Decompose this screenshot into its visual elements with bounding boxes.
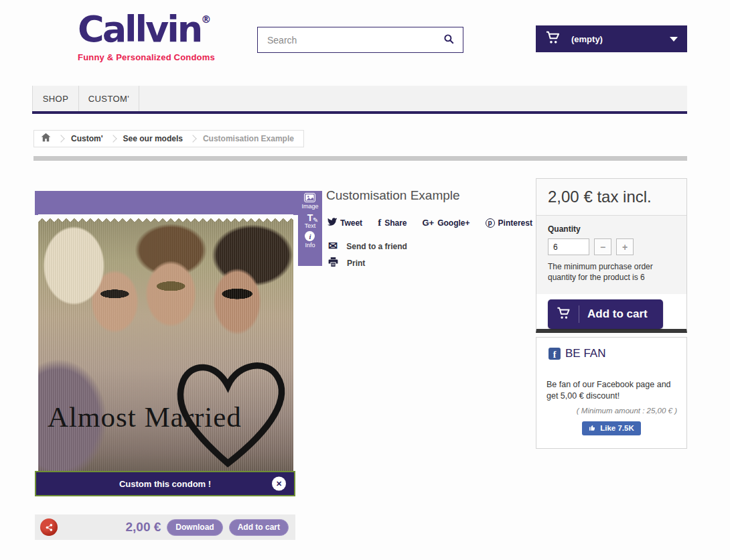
media-tool-strip: Image T ✎ Text i Info xyxy=(298,191,322,266)
cart-label: (empty) xyxy=(571,34,603,44)
send-to-friend-link[interactable]: ✉ Send to a friend xyxy=(328,240,407,252)
buy-box: 2,00 € tax incl. Quantity − + The minimu… xyxy=(536,178,687,333)
quantity-input[interactable] xyxy=(548,238,589,255)
image-icon xyxy=(304,193,315,202)
chevron-down-icon[interactable] xyxy=(670,37,678,42)
like-label: Like 7.5K xyxy=(600,424,634,432)
breadcrumb-separator-icon xyxy=(109,135,117,142)
add-to-cart-pill-button[interactable]: Add to cart xyxy=(229,519,289,536)
breadcrumb-separator-icon xyxy=(57,135,64,142)
tweet-label: Tweet xyxy=(340,218,362,228)
googleplus-icon: G+ xyxy=(422,218,434,228)
tweet-button[interactable]: Tweet xyxy=(327,218,362,228)
logo-text: Callvin® xyxy=(78,4,225,55)
text-tool-button[interactable]: T ✎ Text xyxy=(305,212,316,229)
pencil-icon: ✎ xyxy=(313,216,318,224)
main-nav: SHOP CUSTOM' xyxy=(32,86,687,114)
media-price-bar: 2,00 € Download Add to cart xyxy=(35,514,295,540)
info-icon: i xyxy=(305,231,315,241)
facebook-like-button[interactable]: Like 7.5K xyxy=(582,421,641,435)
share-label: Share xyxy=(384,218,407,228)
send-to-friend-label: Send to a friend xyxy=(346,242,407,251)
cart-icon xyxy=(545,31,561,47)
custom-condom-label: Custom this condom ! xyxy=(119,479,211,489)
search-box xyxy=(257,27,463,53)
product-price: 2,00 € tax incl. xyxy=(536,179,686,216)
text-icon: T ✎ xyxy=(305,212,316,222)
download-button[interactable]: Download xyxy=(167,519,222,536)
home-icon xyxy=(41,133,51,145)
close-icon[interactable]: ✕ xyxy=(272,477,286,491)
breadcrumb: Custom' See our models Customisation Exa… xyxy=(33,130,304,147)
product-photo: Almost Married xyxy=(38,214,293,471)
print-link[interactable]: Print xyxy=(328,257,365,269)
search-button[interactable] xyxy=(435,27,463,52)
thumbs-up-icon xyxy=(589,424,596,433)
minimum-quantity-note: The minimum purchase order quantity for … xyxy=(548,262,675,283)
facebook-icon: f xyxy=(378,217,381,228)
googleplus-share-button[interactable]: G+ Google+ xyxy=(422,218,469,228)
photo-caption: Almost Married xyxy=(48,401,242,433)
cart-icon xyxy=(557,307,571,322)
registered-mark: ® xyxy=(201,13,211,25)
share-icon xyxy=(44,522,54,533)
fan-box-text: Be fan of our Facebook page and get 5,00… xyxy=(544,379,678,402)
info-tool-button[interactable]: i Info xyxy=(305,231,315,249)
section-divider xyxy=(33,156,687,161)
nav-tab-shop[interactable]: SHOP xyxy=(32,86,79,111)
add-to-cart-label: Add to cart xyxy=(587,307,648,321)
media-toolbar xyxy=(35,191,322,215)
breadcrumb-separator-icon xyxy=(189,135,196,142)
quantity-increase-button[interactable]: + xyxy=(616,238,634,255)
breadcrumb-item-custom[interactable]: Custom' xyxy=(71,134,103,143)
breadcrumb-item-models[interactable]: See our models xyxy=(123,134,183,143)
fan-box: f BE FAN Be fan of our Facebook page and… xyxy=(536,337,687,449)
quantity-label: Quantity xyxy=(548,224,675,234)
logo[interactable]: Callvin® Funny & Personalized Condoms xyxy=(78,4,225,62)
googleplus-label: Google+ xyxy=(437,218,469,228)
cart-dropdown[interactable]: (empty) xyxy=(536,25,687,52)
pinterest-share-button[interactable]: p Pinterest xyxy=(486,218,532,228)
social-share-row: Tweet f Share G+ Google+ p Pinterest xyxy=(327,217,532,228)
add-to-cart-button[interactable]: Add to cart xyxy=(548,299,663,329)
nav-tab-custom[interactable]: CUSTOM' xyxy=(79,86,139,111)
info-tool-label: Info xyxy=(305,242,315,249)
pinterest-label: Pinterest xyxy=(498,218,532,228)
quantity-section: Quantity − + The minimum purchase order … xyxy=(536,216,686,294)
page: Callvin® Funny & Personalized Condoms (e… xyxy=(0,0,730,560)
facebook-icon: f xyxy=(549,348,561,360)
media-price: 2,00 € xyxy=(126,520,161,535)
custom-condom-bar[interactable]: Custom this condom ! ✕ xyxy=(35,471,295,496)
image-tool-button[interactable]: Image xyxy=(301,193,318,210)
add-to-cart-section: Add to cart xyxy=(536,294,686,329)
button-divider xyxy=(579,305,579,323)
wrapper-zigzag-edge xyxy=(38,214,293,222)
envelope-icon: ✉ xyxy=(328,240,338,252)
fan-box-minimum-note: ( Minimum amount : 25,00 € ) xyxy=(544,407,678,415)
quantity-decrease-button[interactable]: − xyxy=(594,238,611,255)
print-label: Print xyxy=(347,259,365,268)
share-button[interactable] xyxy=(40,518,58,536)
breadcrumb-home[interactable] xyxy=(41,133,51,145)
printer-icon xyxy=(328,257,338,269)
fan-box-title: BE FAN xyxy=(565,347,605,360)
logo-tagline: Funny & Personalized Condoms xyxy=(78,52,225,62)
search-input[interactable] xyxy=(258,27,435,52)
pinterest-icon: p xyxy=(486,218,495,228)
search-icon xyxy=(443,33,455,47)
twitter-icon xyxy=(327,218,337,228)
fan-box-header: f BE FAN xyxy=(544,347,678,360)
facebook-share-button[interactable]: f Share xyxy=(378,217,407,228)
image-tool-label: Image xyxy=(301,203,318,210)
page-title: Customisation Example xyxy=(326,188,460,203)
breadcrumb-item-current: Customisation Example xyxy=(203,134,294,143)
